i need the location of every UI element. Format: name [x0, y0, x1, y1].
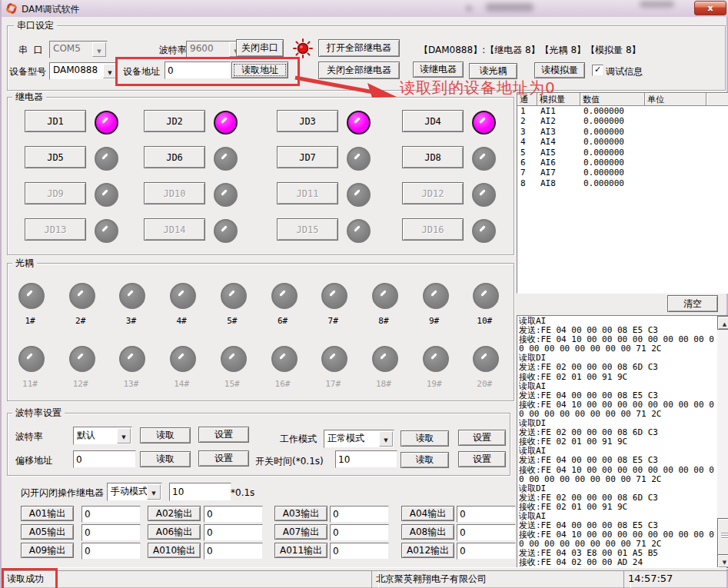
ao-button-a05[interactable]: A05输出 — [21, 524, 74, 540]
baud-set-select[interactable]: 默认 — [73, 427, 132, 445]
debug-info-checkbox[interactable]: ✓ — [592, 65, 603, 76]
opto-led-1 — [18, 283, 45, 309]
ao-input-a04[interactable] — [457, 506, 516, 523]
ao-input-a06[interactable] — [204, 524, 263, 541]
device-model-label: 设备型号 — [9, 65, 46, 78]
analog-table-cell — [645, 127, 706, 137]
analog-table-row: 3AI30.000000 — [517, 127, 728, 137]
chevron-down-icon[interactable] — [379, 431, 393, 447]
switch-time-input[interactable] — [335, 450, 397, 468]
ao-button-a012[interactable]: A012输出 — [401, 543, 454, 558]
relay-button-jd6[interactable]: JD6 — [144, 146, 205, 168]
work-mode-select[interactable]: 正常模式 — [324, 430, 394, 448]
offset-address-input[interactable] — [73, 450, 136, 468]
analog-table-cell — [645, 168, 706, 178]
ao-button-a06[interactable]: A06输出 — [148, 524, 201, 540]
read-analog-button[interactable]: 读模拟量 — [534, 62, 585, 78]
ao-button-a02[interactable]: A02输出 — [148, 506, 201, 521]
ao-button-a09[interactable]: A09输出 — [21, 543, 74, 558]
clear-log-button[interactable]: 清空 — [667, 295, 718, 312]
ao-button-a011[interactable]: A011输出 — [274, 543, 327, 558]
ao-input-a03[interactable] — [330, 506, 389, 523]
analog-table-cell — [706, 168, 728, 178]
flash-mode-select[interactable]: 手动模式 — [107, 483, 162, 501]
ao-input-a011[interactable] — [330, 543, 389, 560]
log-scrollbar[interactable] — [717, 316, 728, 568]
close-serial-button[interactable]: 关闭串口 — [236, 39, 284, 57]
device-address-input[interactable] — [165, 61, 231, 79]
relay-button-jd2[interactable]: JD2 — [144, 110, 205, 132]
work-mode-read-button[interactable]: 读取 — [401, 430, 449, 447]
analog-table-row: 1AI10.000000 — [517, 106, 728, 116]
analog-table-cell: 6 — [517, 158, 537, 168]
read-opto-button[interactable]: 读光耦 — [469, 63, 517, 79]
work-mode-set-button[interactable]: 设置 — [458, 430, 506, 446]
ao-input-a02[interactable] — [204, 506, 263, 523]
opto-label-7: 7# — [316, 316, 350, 326]
status-time: 14:57:57 — [623, 570, 728, 588]
analog-table-cell: 0.000000 — [580, 106, 645, 116]
baud-settings-group-label: 波特率设置 — [12, 407, 65, 418]
close-button[interactable]: x — [694, 1, 726, 15]
scroll-up-icon[interactable] — [717, 316, 728, 330]
analog-table-cell: AI4 — [537, 137, 580, 147]
opto-group-label: 光耦 — [12, 257, 37, 268]
relay-button-jd3[interactable]: JD3 — [277, 110, 338, 132]
relay-led-jd13 — [95, 219, 118, 243]
baud-set-value: 默认 — [77, 429, 95, 442]
switch-time-read-button[interactable]: 读取 — [401, 452, 449, 468]
flash-time-input[interactable] — [169, 483, 231, 501]
ao-button-a01[interactable]: A01输出 — [21, 506, 74, 521]
open-all-relays-button[interactable]: 打开全部继电器 — [318, 39, 400, 57]
ao-button-a03[interactable]: A03输出 — [274, 506, 327, 521]
ao-input-a05[interactable] — [81, 524, 141, 541]
device-model-select[interactable]: DAM0888 — [49, 62, 118, 80]
baud-read-button[interactable]: 读取 — [140, 427, 191, 443]
baud-rate-value: 9600 — [190, 43, 214, 54]
ao-input-a07[interactable] — [330, 524, 389, 541]
ao-input-a010[interactable] — [204, 543, 263, 560]
serial-settings-group — [7, 25, 726, 91]
analog-table: 通模拟量数值单位1AI10.0000002AI20.0000003AI30.00… — [517, 92, 728, 294]
scrollbar-thumb[interactable] — [717, 518, 728, 556]
ao-button-a04[interactable]: A04输出 — [401, 506, 454, 521]
close-all-relays-button[interactable]: 关闭全部继电器 — [318, 61, 400, 79]
opto-label-3: 3# — [114, 316, 148, 326]
ao-input-a01[interactable] — [81, 506, 141, 523]
analog-table-header-cell[interactable]: 单位 — [645, 93, 706, 106]
relay-button-jd8[interactable]: JD8 — [402, 146, 464, 168]
analog-table-cell: 0.000000 — [580, 168, 645, 178]
relay-button-jd1[interactable]: JD1 — [25, 110, 86, 132]
read-address-button[interactable]: 读取地址 — [231, 61, 288, 78]
baud-set-button[interactable]: 设置 — [198, 427, 249, 443]
relay-led-jd10 — [214, 183, 238, 207]
app-icon — [5, 2, 18, 15]
switch-time-set-button[interactable]: 设置 — [458, 451, 506, 467]
opto-led-17 — [321, 346, 347, 372]
offset-read-button[interactable]: 读取 — [140, 451, 191, 467]
read-relays-button[interactable]: 读继电器 — [413, 61, 464, 78]
ao-input-a012[interactable] — [457, 543, 516, 560]
ao-button-a010[interactable]: A010输出 — [148, 543, 201, 558]
title-bar: DAM调试软件 x — [2, 0, 728, 17]
relay-button-jd5[interactable]: JD5 — [25, 146, 86, 168]
chevron-down-icon[interactable] — [117, 428, 131, 443]
scroll-down-icon[interactable] — [717, 554, 728, 568]
relay-button-jd4[interactable]: JD4 — [402, 110, 464, 132]
relay-button-jd15: JD15 — [277, 218, 338, 241]
analog-table-cell: AI1 — [537, 106, 580, 116]
analog-table-cell: 1 — [517, 106, 537, 116]
ao-input-a08[interactable] — [457, 524, 516, 541]
relay-button-jd7[interactable]: JD7 — [277, 146, 338, 168]
ao-button-a07[interactable]: A07输出 — [274, 524, 327, 540]
analog-table-header-cell[interactable]: 数值 — [580, 93, 645, 106]
opto-label-18: 18# — [367, 379, 401, 389]
opto-label-15: 15# — [215, 379, 249, 389]
ao-input-a09[interactable] — [81, 543, 141, 560]
chevron-down-icon[interactable] — [147, 484, 161, 500]
offset-set-button[interactable]: 设置 — [198, 450, 249, 467]
relay-led-jd16 — [472, 219, 496, 243]
ao-button-a08[interactable]: A08输出 — [401, 524, 454, 540]
chevron-down-icon[interactable] — [103, 64, 117, 78]
opto-led-4 — [170, 283, 196, 309]
